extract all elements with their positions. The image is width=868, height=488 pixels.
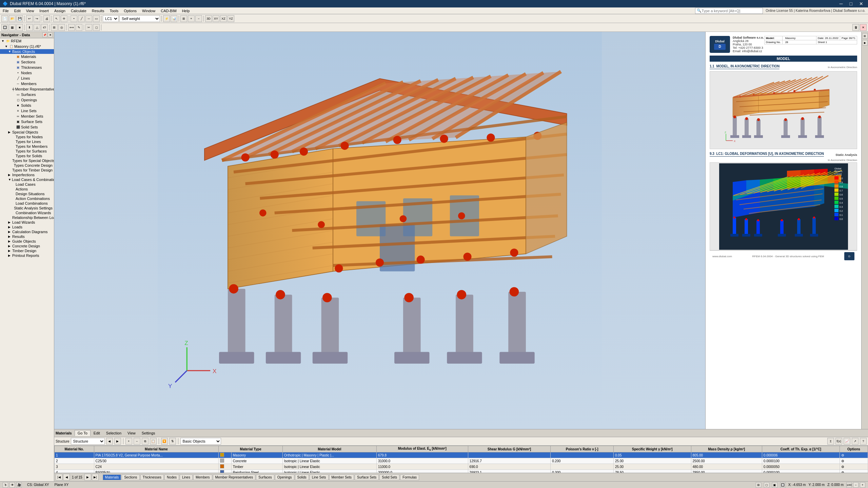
dimension-button[interactable]: ⟺ [68,24,75,31]
menu-view[interactable]: View [23,8,37,14]
nav-tab-memsets[interactable]: Member Sets [329,474,354,480]
status-btn3[interactable]: 🎥 [16,482,22,488]
tree-solids[interactable]: ■ Solids [0,103,54,108]
nav-tab-formulas[interactable]: Formulas [400,474,419,480]
tree-printout-reports[interactable]: ▶ Printout Reports [0,253,54,258]
tree-member-reps[interactable]: ╪ Member Representatives [0,86,54,92]
tree-nodes[interactable]: • Nodes [0,70,54,76]
bottom-table-container[interactable]: Material No. Material Name Material Type… [54,446,868,473]
nav-tab-thicknesses[interactable]: Thicknesses [140,474,164,480]
view-3d[interactable]: 3D [205,15,212,22]
delete-button[interactable]: 🗑 [852,24,859,31]
expand-icon[interactable]: ▼ [1,39,5,43]
expand-icon[interactable]: ▶ [8,240,12,243]
expand-icon[interactable]: ▶ [8,254,12,257]
filter-btn[interactable]: 🔽 [161,438,168,445]
tree-sections[interactable]: ▣ Sections [0,59,54,65]
wireframe-button[interactable]: ▦ [9,24,16,31]
tree-design-situations[interactable]: Design Situations [0,191,54,196]
row-options[interactable]: ⚙ [840,458,868,464]
viewport-3d[interactable]: X Z Y [54,32,705,429]
status-view-btn4[interactable]: 🔲 [780,482,786,488]
table-row[interactable]: 3 C24 Timber Isotropic | Linear Elastic … [55,464,868,470]
menu-tools[interactable]: Tools [107,8,121,14]
move-button[interactable]: ✛ [61,15,67,22]
zoom-plus-btn[interactable]: + [860,482,865,488]
zoom-in[interactable]: + [188,15,195,22]
tree-lines[interactable]: ╱ Lines [0,76,54,81]
expand-icon[interactable]: ▼ [8,50,12,53]
tree-thicknesses[interactable]: ▣ Thicknesses [0,65,54,70]
status-view-btn1[interactable]: ⊞ [756,482,761,488]
row-options[interactable]: ⚙ [840,464,868,470]
zoom-minus-btn[interactable]: − [853,482,859,488]
nav-tab-openings[interactable]: Openings [275,474,294,480]
node-button[interactable]: • [71,15,77,22]
tree-types-members[interactable]: Types for Members [0,144,54,149]
view-yz[interactable]: YZ [228,15,234,22]
report-content[interactable]: Dlubal D Dlubal Software s.r.o. Anglická… [706,32,861,429]
lc-name-selector[interactable]: Self weight [119,15,160,22]
view-xz[interactable]: XZ [220,15,227,22]
tree-types-solids[interactable]: Types for Solids [0,154,54,158]
lc-selector[interactable]: LC1 [103,15,119,22]
expand-icon[interactable]: ▶ [8,225,12,229]
menu-calculate[interactable]: Calculate [68,8,89,14]
expand-icon[interactable]: ▼ [5,45,8,48]
tree-comb-wizards[interactable]: Combination Wizards [0,210,54,215]
view-tab[interactable]: View [124,430,139,436]
expand-icon[interactable]: ▶ [8,230,12,233]
tree-special-objects[interactable]: ▶ Special Objects [0,130,54,135]
copy-btn[interactable]: ⧉ [142,438,149,445]
tree-types-special[interactable]: Types for Special Objects [0,158,54,163]
structure-filter[interactable]: Structure [71,438,105,445]
tree-static-settings[interactable]: Static Analysis Settings [0,206,54,210]
menu-cad-bim[interactable]: CAD-BIM [158,8,179,14]
show-supports[interactable]: △ [34,24,40,31]
tree-imperfections[interactable]: ▶ Imperfections [0,172,54,177]
close-button[interactable]: ✕ [857,1,865,6]
table-row[interactable]: 2 C25/30 Concrete Isotropic | Linear Ela… [55,458,868,464]
redo-button[interactable]: ↪ [34,15,40,22]
function-btn[interactable]: f(x) [835,438,842,445]
new-button[interactable]: 📄 [1,15,8,22]
zoom-100-btn[interactable]: 100 [846,482,852,488]
maximize-button[interactable]: □ [848,1,854,6]
nav-next-btn[interactable]: ▶ [114,438,121,445]
tree-timber-design[interactable]: ▶ Timber Design [0,248,54,253]
del-row-btn[interactable]: − [134,438,140,445]
annotate-button[interactable]: ✎ [76,24,82,31]
open-button[interactable]: 📂 [9,15,16,22]
table-row[interactable]: 1 PIA 17/50/25.8 V2, General Purpose Mor… [55,452,868,458]
edit-tab[interactable]: Edit [91,430,103,436]
zoom-fit[interactable]: ⊞ [180,15,187,22]
tree-types-surfaces[interactable]: Types for Surfaces [0,149,54,154]
results-button[interactable]: 📊 [171,15,177,22]
basic-objects-filter[interactable]: Basic Objects [180,438,221,445]
expand-icon[interactable]: ▶ [8,130,12,134]
menu-assign[interactable]: Assign [52,8,68,14]
tree-types-concrete[interactable]: Types Concrete Design [0,163,54,168]
tree-actions[interactable]: Actions [0,187,54,191]
render-button[interactable]: 🔲 [1,24,8,31]
nav-tab-solidsets[interactable]: Solid Sets [379,474,399,480]
tree-types-lines[interactable]: Types for Lines [0,139,54,144]
expand-icon[interactable]: ▶ [8,221,12,224]
tree-openings[interactable]: ◻ Openings [0,97,54,103]
page-prev-btn[interactable]: ◀ [63,474,70,481]
tree-results[interactable]: ▶ Results [0,234,54,239]
tree-member-sets[interactable]: ═ Member Sets [0,114,54,119]
tree-action-comb[interactable]: Action Combinations [0,196,54,201]
menu-window[interactable]: Window [139,8,158,14]
expand-icon[interactable]: ▶ [8,244,12,248]
menu-options[interactable]: Options [121,8,139,14]
tree-load-comb[interactable]: Load Combinations [0,201,54,206]
tree-guide-objects[interactable]: ▶ Guide Objects [0,239,54,244]
row-options[interactable]: ⚙ [840,470,868,473]
tree-rel-load-cases[interactable]: Relationship Between Load Cases [0,215,54,220]
stop-button[interactable]: ✕ [860,24,867,31]
nav-tab-lines[interactable]: Lines [180,474,193,480]
tree-line-sets[interactable]: ≡ Line Sets [0,108,54,114]
settings-tab[interactable]: Settings [139,430,158,436]
tree-materials[interactable]: ▣ Materials [0,54,54,59]
